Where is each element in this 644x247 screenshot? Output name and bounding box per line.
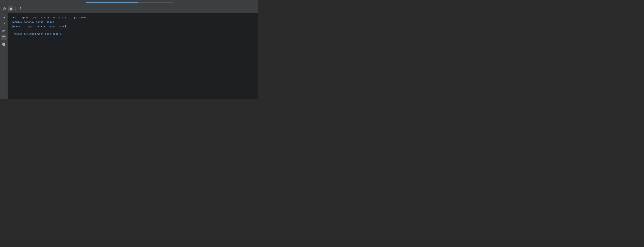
- scroll-down-button[interactable]: [1, 21, 7, 27]
- svg-point-4: [20, 9, 21, 10]
- console-line-cmd: "C:\Program Files\OpenJDK\jdk-21.0.1\bin…: [12, 16, 254, 20]
- svg-marker-0: [4, 8, 5, 9]
- soft-wrap-button[interactable]: [1, 28, 7, 33]
- progress-bar-fill: [86, 2, 138, 3]
- svg-rect-1: [10, 8, 12, 10]
- svg-point-3: [20, 8, 21, 9]
- progress-bar-track: [86, 2, 173, 3]
- rerun-button[interactable]: [2, 6, 7, 11]
- main-content: "C:\Program Files\OpenJDK\jdk-21.0.1\bin…: [0, 13, 258, 99]
- console-line-process: Process finished with exit code 0: [12, 32, 254, 36]
- svg-point-2: [20, 7, 21, 8]
- left-sidebar: [0, 13, 8, 99]
- toolbar: [0, 5, 258, 13]
- more-options-button[interactable]: [18, 6, 23, 11]
- console-output[interactable]: "C:\Program Files\OpenJDK\jdk-21.0.1\bin…: [8, 13, 258, 99]
- print-button[interactable]: [1, 41, 7, 47]
- scroll-to-end-button[interactable]: [1, 34, 7, 40]
- console-line-output-1: [apple, banana, mango, pear]: [12, 20, 254, 24]
- console-line-output-2: [grape, orange, banana, mango, pear]: [12, 24, 254, 29]
- scroll-up-button[interactable]: [1, 14, 7, 20]
- stop-button[interactable]: [8, 6, 13, 11]
- top-bar: [0, 0, 258, 5]
